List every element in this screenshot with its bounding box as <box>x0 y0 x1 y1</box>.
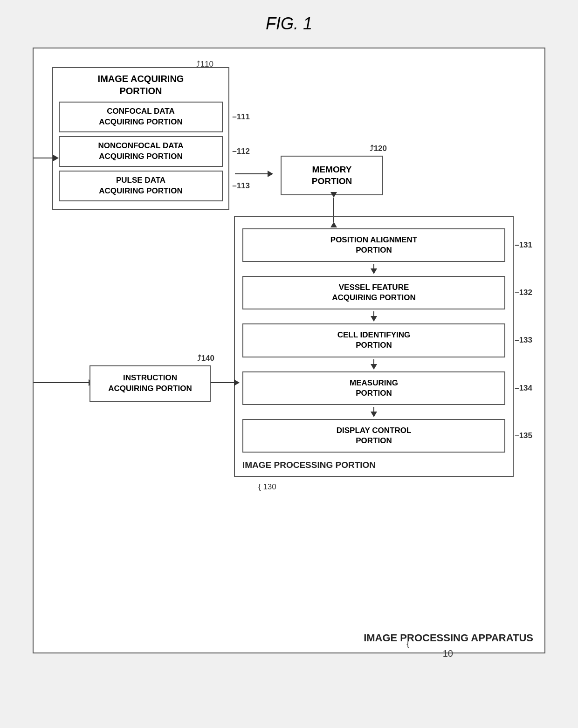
ref-134: –134 <box>515 383 532 393</box>
arrow-131-to-132 <box>242 262 505 276</box>
arrow-input-top <box>34 155 59 161</box>
ref-111: –111 <box>232 111 250 122</box>
image-acquiring-label: IMAGE ACQUIRINGPORTION <box>59 73 223 97</box>
page: FIG. 1 ⤴110 IMAGE ACQUIRINGPORTION CONFO… <box>0 0 578 728</box>
display-control-box: DISPLAY CONTROLPORTION –135 <box>242 419 505 453</box>
image-processing-label: IMAGE PROCESSING PORTION <box>242 460 376 470</box>
arrow-input-bottom <box>34 379 94 386</box>
arrow-134-to-135 <box>242 405 505 419</box>
instruction-acquiring-box: ⤴140 INSTRUCTIONACQUIRING PORTION <box>89 365 211 402</box>
apparatus-ref: 10 <box>443 648 453 659</box>
arrow-133-to-134 <box>242 357 505 371</box>
image-processing-outer: IMAGE PROCESSING PORTION { 130 POSITION … <box>234 216 514 477</box>
ref-131: –131 <box>515 240 532 250</box>
ref-132: –132 <box>515 288 532 298</box>
nonconfocal-data-box: NONCONFOCAL DATAACQUIRING PORTION –112 <box>59 136 223 167</box>
ref-113: –113 <box>232 180 250 191</box>
image-acquiring-outer: ⤴110 IMAGE ACQUIRINGPORTION CONFOCAL DAT… <box>52 67 229 210</box>
position-alignment-box: POSITION ALIGNMENTPORTION –131 <box>242 228 505 262</box>
ref-140: ⤴140 <box>197 353 214 364</box>
measuring-box: MEASURINGPORTION –134 <box>242 371 505 405</box>
confocal-data-box: CONFOCAL DATAACQUIRING PORTION –111 <box>59 102 223 132</box>
ref-135: –135 <box>515 431 532 441</box>
ref-133: –133 <box>515 335 532 345</box>
ref-112: –112 <box>232 146 250 157</box>
figure-title: FIG. 1 <box>266 14 312 34</box>
pulse-data-box: PULSE DATAACQUIRING PORTION –113 <box>59 171 223 201</box>
arrow-instruction-to-processing <box>211 379 240 386</box>
diagram-container: ⤴110 IMAGE ACQUIRINGPORTION CONFOCAL DAT… <box>33 48 545 653</box>
apparatus-brace: { <box>406 639 409 649</box>
apparatus-label: IMAGE PROCESSING APPARATUS <box>364 632 533 644</box>
ref-110: ⤴110 <box>196 60 213 69</box>
memory-box: ⤴120 MEMORYPORTION <box>281 156 383 195</box>
vessel-feature-box: VESSEL FEATUREACQUIRING PORTION –132 <box>242 276 505 309</box>
ref-120: ⤴120 <box>370 144 387 154</box>
ref-130: { 130 <box>258 482 276 492</box>
arrow-nonconfocal-to-memory <box>235 171 273 177</box>
arrow-132-to-133 <box>242 309 505 323</box>
cell-identifying-box: CELL IDENTIFYINGPORTION –133 <box>242 323 505 357</box>
